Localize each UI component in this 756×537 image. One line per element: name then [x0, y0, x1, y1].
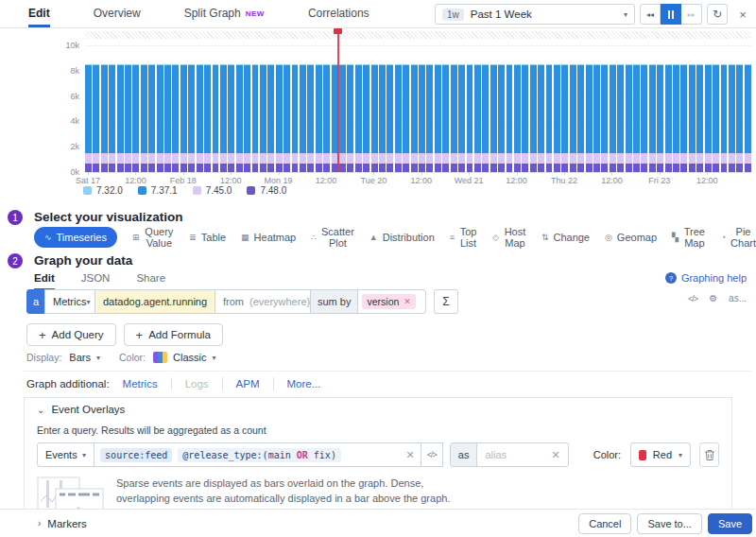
bar[interactable] [220, 64, 227, 172]
bar[interactable] [633, 64, 640, 172]
bar[interactable] [267, 64, 274, 172]
viz-option-query-value[interactable]: ⊞Query Value [132, 226, 174, 249]
bar[interactable] [379, 64, 386, 172]
rewind-button[interactable]: ◂◂ [640, 4, 661, 25]
graphing-help-link[interactable]: ? Graphing help [665, 272, 747, 284]
query-token-source[interactable]: source:feed [100, 448, 172, 462]
bar[interactable] [371, 64, 378, 172]
gear-icon[interactable]: ⚙ [709, 293, 717, 303]
bar[interactable] [85, 64, 92, 172]
bar[interactable] [689, 64, 696, 172]
legend-item[interactable]: 7.45.0 [193, 185, 232, 196]
bar[interactable] [347, 64, 353, 172]
bar[interactable] [451, 64, 457, 172]
bar[interactable] [236, 64, 243, 172]
bar[interactable] [148, 64, 155, 172]
bar[interactable] [458, 64, 465, 172]
bar[interactable] [284, 64, 290, 172]
legend-item[interactable]: 7.32.0 [83, 185, 123, 196]
markers-section-header[interactable]: › Markers [38, 518, 87, 529]
header-tab-overview[interactable]: Overview [94, 0, 141, 27]
bar[interactable] [228, 64, 234, 172]
bar[interactable] [586, 64, 593, 172]
add-formula-button[interactable]: + Add Formula [124, 323, 223, 346]
clear-query-icon[interactable]: ✕ [406, 449, 415, 461]
bar[interactable] [610, 64, 616, 172]
bar[interactable] [307, 64, 314, 172]
scope-field[interactable]: from (everywhere) [215, 289, 311, 314]
viz-option-timeseries[interactable]: ∿Timeseries [34, 227, 117, 248]
metric-name-field[interactable]: datadog.agent.running [94, 289, 215, 314]
bar[interactable] [395, 64, 402, 172]
bar[interactable] [204, 64, 211, 172]
viz-option-pie-chart[interactable]: ◔Pie Chart [721, 226, 756, 249]
bar[interactable] [514, 64, 521, 172]
palette-select[interactable]: Classic ▾ [153, 352, 215, 363]
bar[interactable] [554, 64, 560, 172]
forward-button[interactable]: ▸▸ [681, 4, 702, 25]
graph-tab-json[interactable]: JSON [81, 272, 111, 290]
graph-additional-apm[interactable]: APM [236, 378, 260, 390]
bar[interactable] [292, 64, 299, 172]
event-code-toggle[interactable]: </> [421, 442, 443, 467]
bar[interactable] [721, 64, 728, 172]
cancel-button[interactable]: Cancel [578, 513, 631, 534]
viz-option-distribution[interactable]: ▲Distribution [369, 232, 435, 243]
event-query-field[interactable]: source:feed @release_type:(main OR fix) … [94, 442, 421, 467]
bar[interactable] [649, 64, 656, 172]
bar[interactable] [467, 64, 473, 172]
group-by-field[interactable]: version ✕ [357, 289, 425, 314]
timeseries-chart[interactable]: 0k2k4k6k8k10k Sat 1712:00Feb 1812:00Mon … [0, 28, 756, 200]
group-tag-chip[interactable]: version ✕ [362, 294, 415, 309]
bar[interactable] [172, 64, 179, 172]
display-type-select[interactable]: Bars ▾ [69, 352, 100, 363]
bar[interactable] [617, 64, 624, 172]
legend-item[interactable]: 7.37.1 [138, 185, 178, 196]
event-color-select[interactable]: Red ▾ [630, 442, 691, 467]
formula-functions-button[interactable]: Σ [434, 289, 458, 314]
bar[interactable] [507, 64, 513, 172]
event-overlays-header[interactable]: ⌄ Event Overlays [25, 398, 731, 421]
bar[interactable] [339, 64, 346, 172]
bar[interactable] [641, 64, 647, 172]
bar[interactable] [705, 64, 712, 172]
viz-option-host-map[interactable]: ◇Host Map [492, 226, 526, 249]
bar[interactable] [244, 64, 250, 172]
bar[interactable] [260, 64, 266, 172]
bar[interactable] [530, 64, 537, 172]
refresh-button[interactable]: ↻ [707, 4, 728, 25]
legend-item[interactable]: 7.48.0 [247, 185, 286, 196]
viz-option-tree-map[interactable]: ▚Tree Map [672, 226, 706, 249]
bar[interactable] [435, 64, 441, 172]
bar[interactable] [363, 64, 369, 172]
bar[interactable] [323, 64, 330, 172]
viz-option-scatter-plot[interactable]: ∴Scatter Plot [311, 226, 354, 249]
bar[interactable] [736, 64, 743, 172]
pause-button[interactable] [661, 4, 681, 25]
bar[interactable] [601, 64, 608, 172]
remove-tag-icon[interactable]: ✕ [404, 297, 411, 306]
viz-option-heatmap[interactable]: ▦Heatmap [241, 232, 296, 243]
graph-tab-edit[interactable]: Edit [34, 272, 55, 290]
bar[interactable] [252, 64, 259, 172]
bar[interactable] [522, 64, 528, 172]
bar[interactable] [561, 64, 568, 172]
header-tab-correlations[interactable]: Correlations [308, 0, 369, 27]
viz-option-change[interactable]: ⇅Change [541, 232, 590, 243]
query-token-release-type[interactable]: @release_type:(main OR fix) [178, 448, 341, 462]
bar[interactable] [546, 64, 553, 172]
bar[interactable] [745, 64, 751, 172]
save-button[interactable]: Save [708, 513, 752, 534]
bar[interactable] [442, 64, 449, 172]
bar[interactable] [411, 64, 418, 172]
alias-field[interactable]: ✕ [476, 442, 568, 467]
bar[interactable] [197, 64, 203, 172]
bar[interactable] [355, 64, 362, 172]
bar[interactable] [490, 64, 497, 172]
viz-option-table[interactable]: ≣Table [189, 232, 226, 243]
clear-alias-icon[interactable]: ✕ [551, 449, 559, 461]
delete-overlay-button[interactable] [699, 442, 719, 467]
header-tab-edit[interactable]: Edit [28, 0, 50, 27]
bar[interactable] [157, 64, 163, 172]
bar[interactable] [316, 64, 322, 172]
